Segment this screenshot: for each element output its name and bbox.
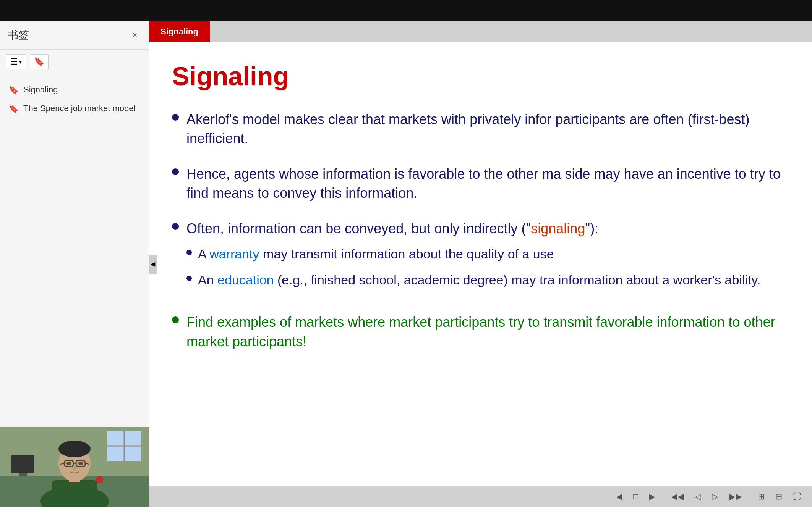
- pdf-viewer: ◀ Signaling Signaling Akerlof's model ma…: [149, 21, 812, 507]
- nav-prev-page-button[interactable]: ◁: [692, 490, 704, 503]
- slide-title: Signaling: [172, 61, 789, 91]
- pdf-tab-bar: Signaling: [149, 21, 812, 42]
- list-view-button[interactable]: ☰ ▾: [6, 54, 26, 69]
- svg-rect-6: [11, 455, 34, 473]
- bullet-dot-icon: [172, 114, 179, 121]
- list-item: Find examples of markets where market pa…: [172, 313, 789, 351]
- bookmark-item-signaling[interactable]: 🔖 Signaling: [4, 81, 145, 99]
- nav-prev-button[interactable]: ◀: [613, 490, 626, 503]
- svg-point-12: [58, 441, 91, 457]
- video-area: [0, 427, 149, 507]
- bookmark-marker-icon-2: 🔖: [8, 104, 19, 114]
- top-bar: [0, 0, 812, 21]
- sub-bullet-text-1: A warranty may transmit information abou…: [198, 245, 554, 263]
- signaling-highlight: signaling: [531, 221, 585, 236]
- bullet-text-1: Akerlof's model makes clear that markets…: [186, 110, 789, 149]
- zoom-in-button[interactable]: ⊞: [755, 490, 768, 503]
- pdf-bottom-bar: ◀ □ ▶ ◀◀ ◁ ▷ ▶▶ ⊞ ⊟ ⛶: [149, 486, 812, 507]
- list-item: Akerlof's model makes clear that markets…: [172, 110, 789, 149]
- bookmark-icon: 🔖: [34, 57, 44, 66]
- fullscreen-button[interactable]: ⛶: [790, 490, 804, 503]
- list-item: An education (e.g., finished school, aca…: [186, 271, 789, 289]
- list-icon: ☰: [10, 57, 18, 67]
- tab-signaling[interactable]: Signaling: [149, 21, 210, 42]
- nav-last-button[interactable]: ▶▶: [726, 490, 745, 503]
- bookmark-item-spence[interactable]: 🔖 The Spence job market model: [4, 99, 145, 118]
- bookmark-label-spence: The Spence job market model: [23, 103, 136, 114]
- bullet-text-4: Find examples of markets where market pa…: [186, 313, 789, 351]
- bullet-dot-green-icon: [172, 316, 179, 323]
- collapse-sidebar-button[interactable]: ◀: [149, 255, 157, 274]
- zoom-out-button[interactable]: ⊟: [772, 490, 785, 503]
- bullet-dot-icon: [172, 168, 179, 175]
- bullet-list: Akerlof's model makes clear that markets…: [172, 110, 789, 351]
- nav-next-page-button[interactable]: ▷: [709, 490, 721, 503]
- bullet-text-3: Often, information can be conveyed, but …: [186, 219, 789, 297]
- bookmark-view-button[interactable]: 🔖: [30, 54, 49, 69]
- list-item: A warranty may transmit information abou…: [186, 245, 789, 263]
- sub-bullet-dot-icon: [186, 250, 192, 255]
- pdf-content: Signaling Akerlof's model makes clear th…: [149, 42, 812, 486]
- sub-bullet-text-2: An education (e.g., finished school, aca…: [198, 271, 760, 289]
- divider: [663, 491, 663, 502]
- dropdown-arrow-icon: ▾: [19, 59, 22, 65]
- svg-point-18: [66, 462, 71, 465]
- nav-fit-page-button[interactable]: □: [630, 490, 641, 503]
- nav-first-button[interactable]: ◀◀: [668, 490, 687, 503]
- svg-rect-7: [19, 473, 27, 476]
- bullet-text-2: Hence, agents whose information is favor…: [186, 165, 789, 203]
- bookmark-label-signaling: Signaling: [23, 84, 58, 95]
- nav-next-button[interactable]: ▶: [646, 490, 658, 503]
- person-svg: [0, 427, 149, 507]
- list-item: Hence, agents whose information is favor…: [172, 165, 789, 203]
- main-content: 书签 × ☰ ▾ 🔖 🔖 Signaling 🔖 The Spence job …: [0, 21, 812, 507]
- bullet-dot-icon: [172, 223, 179, 230]
- sidebar-toolbar: ☰ ▾ 🔖: [0, 50, 149, 74]
- video-feed: [0, 427, 149, 507]
- warranty-highlight: warranty: [209, 247, 259, 261]
- sidebar: 书签 × ☰ ▾ 🔖 🔖 Signaling 🔖 The Spence job …: [0, 21, 149, 507]
- divider-2: [750, 491, 750, 502]
- sidebar-title: 书签: [8, 28, 29, 42]
- education-highlight: education: [217, 273, 274, 287]
- close-button[interactable]: ×: [129, 29, 141, 41]
- list-item: Often, information can be conveyed, but …: [172, 219, 789, 297]
- sidebar-header: 书签 ×: [0, 21, 149, 50]
- svg-rect-9: [52, 480, 97, 507]
- collapse-arrow-icon: ◀: [151, 260, 155, 268]
- bookmark-marker-icon: 🔖: [8, 85, 19, 95]
- svg-point-21: [96, 476, 103, 483]
- svg-point-19: [78, 462, 83, 465]
- sub-bullet-list: A warranty may transmit information abou…: [186, 245, 789, 289]
- bookmark-list: 🔖 Signaling 🔖 The Spence job market mode…: [0, 74, 149, 427]
- sub-bullet-dot-icon: [186, 276, 192, 281]
- svg-point-20: [73, 467, 76, 470]
